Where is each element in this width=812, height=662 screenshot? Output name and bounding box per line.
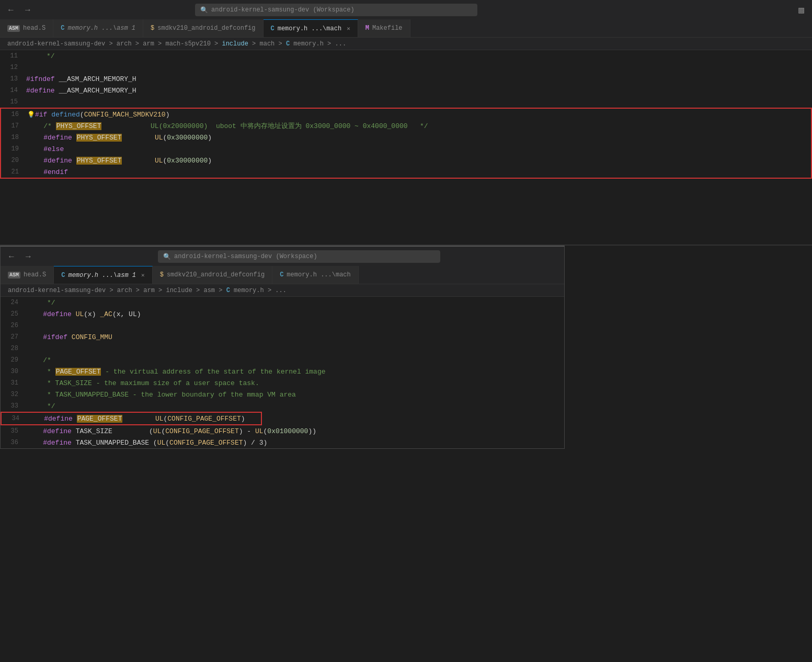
asm-icon-2: ASM xyxy=(8,272,20,278)
bottom-window: ← → 🔍 android-kernel-samsung-dev (Worksp… xyxy=(0,246,565,449)
red-box-top: 16 💡#if defined(CONFIG_MACH_SMDKV210) 17… xyxy=(0,108,812,179)
asm-icon: ASM xyxy=(7,25,20,32)
bottom-code-line-33: 33 */ xyxy=(1,400,564,412)
bottom-code-line-36: 36 #define TASK_UNMAPPED_BASE (UL(CONFIG… xyxy=(1,437,564,448)
top-search-text: android-kernel-samsung-dev (Workspace) xyxy=(211,6,354,14)
code-line-15: 15 xyxy=(0,96,812,108)
bottom-code-line-27: 27 #ifdef CONFIG_MMU xyxy=(1,331,564,343)
search-icon: 🔍 xyxy=(200,6,208,14)
tab-label-smdkv210: smdkv210_android_defconfig xyxy=(157,25,255,32)
bottom-tab-memory-h-mach[interactable]: C memory.h ...\mach xyxy=(272,266,359,284)
code-line-21: 21 #endif xyxy=(1,166,811,178)
top-title-bar: ← → 🔍 android-kernel-samsung-dev (Worksp… xyxy=(0,0,812,20)
code-line-17: 17 /* PHYS_OFFSET UL(0x20000000) uboot 中… xyxy=(1,120,811,132)
top-breadcrumb: android-kernel-samsung-dev > arch > arm … xyxy=(0,38,812,50)
breadcrumb-path: android-kernel-samsung-dev > arch > arm … xyxy=(7,40,346,48)
code-line-20: 20 #define PHYS_OFFSET UL(0x30000000) xyxy=(1,155,811,166)
bottom-back-button[interactable]: ← xyxy=(6,251,17,262)
tab-label-makefile: Makefile xyxy=(372,25,403,32)
tab-head-s[interactable]: ASM head.S xyxy=(0,19,53,37)
bottom-tabs-bar: ASM head.S C memory.h ...\asm 1 ✕ $ smdk… xyxy=(1,266,564,284)
close-tab-btn[interactable]: ✕ xyxy=(347,25,350,32)
tab-makefile[interactable]: M Makefile xyxy=(358,19,410,37)
bottom-tab-label-head-s: head.S xyxy=(24,271,46,278)
search-icon-2: 🔍 xyxy=(163,253,171,261)
bottom-code-line-28: 28 xyxy=(1,343,564,354)
close-bottom-tab-btn[interactable]: ✕ xyxy=(141,272,145,278)
bottom-code-line-29: 29 /* xyxy=(1,354,564,366)
dollar-icon: $ xyxy=(151,25,154,32)
bottom-code-line-30: 30 * PAGE_OFFSET - the virtual address o… xyxy=(1,366,564,377)
c-icon-3: C xyxy=(61,272,65,279)
top-forward-button[interactable]: → xyxy=(22,4,33,16)
bottom-search-bar[interactable]: 🔍 android-kernel-samsung-dev (Workspace) xyxy=(158,250,440,263)
code-line-13: 13 #ifndef __ASM_ARCH_MEMORY_H xyxy=(0,73,812,85)
tab-memory-h-mach[interactable]: C memory.h ...\mach ✕ xyxy=(264,19,358,37)
tab-label-memory-h-asm: memory.h ...\asm 1 xyxy=(67,25,135,32)
bottom-forward-button[interactable]: → xyxy=(22,251,34,262)
bottom-tab-smdkv210[interactable]: $ smdkv210_android_defconfig xyxy=(153,266,272,284)
top-code-area: 11 */ 12 13 #ifndef __ASM_ARCH_MEMORY_H … xyxy=(0,50,812,179)
bottom-code-area: 24 */ 25 #define UL(x) _AC(x, UL) 26 27 … xyxy=(1,297,564,448)
top-back-button[interactable]: ← xyxy=(5,4,17,16)
m-icon: M xyxy=(365,25,369,32)
tab-memory-h-asm[interactable]: C memory.h ...\asm 1 xyxy=(53,19,143,37)
bottom-breadcrumb-path: android-kernel-samsung-dev > arch > arm … xyxy=(8,287,287,294)
c-icon-2: C xyxy=(271,25,275,32)
bottom-code-line-25: 25 #define UL(x) _AC(x, UL) xyxy=(1,308,564,320)
bottom-tab-memory-h-asm[interactable]: C memory.h ...\asm 1 ✕ xyxy=(54,266,152,284)
bottom-code-line-24: 24 */ xyxy=(1,297,564,308)
bottom-tab-label-memory-h-asm: memory.h ...\asm 1 xyxy=(68,272,136,279)
top-window: ← → 🔍 android-kernel-samsung-dev (Worksp… xyxy=(0,0,812,246)
c-icon-4: C xyxy=(280,271,283,278)
bottom-breadcrumb: android-kernel-samsung-dev > arch > arm … xyxy=(1,284,564,297)
bottom-tab-label-memory-h-mach: memory.h ...\mach xyxy=(287,271,350,278)
bottom-search-text: android-kernel-samsung-dev (Workspace) xyxy=(174,253,317,260)
bottom-code-line-32: 32 * TASK_UNMAPPED_BASE - the lower boun… xyxy=(1,389,564,400)
bottom-code-line-26: 26 xyxy=(1,320,564,331)
dollar-icon-2: $ xyxy=(160,271,164,278)
bottom-title-bar: ← → 🔍 android-kernel-samsung-dev (Worksp… xyxy=(1,247,564,266)
red-box-bottom: 34 #define PAGE_OFFSET UL(CONFIG_PAGE_OF… xyxy=(1,412,262,425)
code-line-14: 14 #define __ASM_ARCH_MEMORY_H xyxy=(0,85,812,96)
bottom-code-line-31: 31 * TASK_SIZE - the maximum size of a u… xyxy=(1,377,564,389)
bottom-tab-head-s[interactable]: ASM head.S xyxy=(1,266,54,284)
top-sidebar-toggle[interactable]: ▩ xyxy=(795,4,807,16)
code-line-11: 11 */ xyxy=(0,50,812,62)
tab-smdkv210[interactable]: $ smdkv210_android_defconfig xyxy=(143,19,263,37)
c-icon-1: C xyxy=(61,25,64,32)
code-line-16: 16 💡#if defined(CONFIG_MACH_SMDKV210) xyxy=(1,109,811,120)
code-line-19: 19 #else xyxy=(1,143,811,155)
code-line-18: 18 #define PHYS_OFFSET UL(0x30000000) xyxy=(1,132,811,143)
bottom-code-line-35: 35 #define TASK_SIZE (UL(CONFIG_PAGE_OFF… xyxy=(1,425,564,437)
bottom-code-line-34: 34 #define PAGE_OFFSET UL(CONFIG_PAGE_OF… xyxy=(2,413,261,424)
bottom-tab-label-smdkv210: smdkv210_android_defconfig xyxy=(167,271,265,278)
tab-label-memory-h-mach: memory.h ...\mach xyxy=(278,25,341,32)
code-line-12: 12 xyxy=(0,62,812,73)
tab-label-head-s: head.S xyxy=(23,25,45,32)
top-search-bar[interactable]: 🔍 android-kernel-samsung-dev (Workspace) xyxy=(195,4,477,16)
top-tabs-bar: ASM head.S C memory.h ...\asm 1 $ smdkv2… xyxy=(0,20,812,38)
